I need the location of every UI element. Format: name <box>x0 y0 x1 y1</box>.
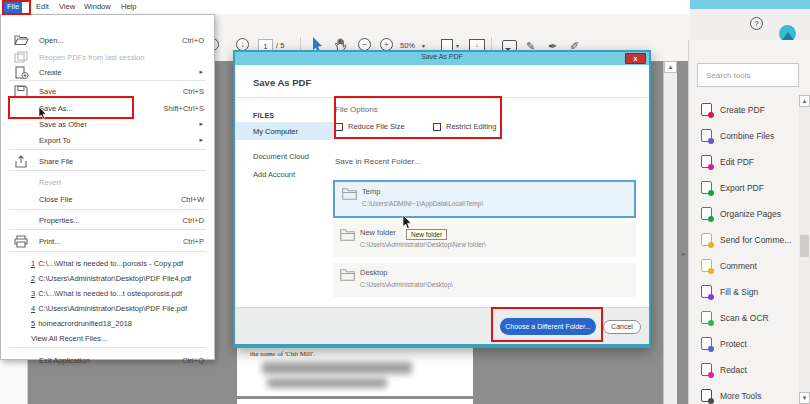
tool-protect[interactable]: Protect <box>701 335 747 352</box>
nav-item-my-computer[interactable]: My Computer <box>235 122 335 140</box>
tool-organize-pages[interactable]: Organize Pages <box>701 205 781 222</box>
folder-name: New folder <box>360 228 396 237</box>
menu-item-reopen: Reopen PDFs from last session <box>1 49 214 65</box>
nav-item-label: My Computer <box>253 127 298 136</box>
menu-view[interactable]: View <box>56 1 78 13</box>
acrobat-window: File Edit View Window Help ↑ ↓ / 5 − + 5… <box>0 0 810 404</box>
help-icon[interactable]: ? <box>750 17 763 30</box>
dialog-close-button[interactable]: x <box>625 53 646 64</box>
submenu-arrow-icon: ▸ <box>199 120 203 128</box>
save-as-pdf-dialog: Save As PDF x Save As PDF FILES My Compu… <box>233 50 651 348</box>
nav-item-document-cloud[interactable]: Document Cloud <box>253 152 309 161</box>
tool-send-for-comments[interactable]: Send for Comme... <box>701 231 791 248</box>
annotation-box-save-as <box>8 96 134 119</box>
menu-bar: File Edit View Window Help <box>0 0 690 14</box>
folder-icon <box>340 229 355 241</box>
menu-window[interactable]: Window <box>81 1 114 13</box>
panel-collapse-arrow[interactable]: ▸ <box>682 250 686 258</box>
folder-icon <box>340 269 355 281</box>
export-pdf-icon <box>701 181 712 194</box>
reopen-icon <box>14 51 29 63</box>
folder-item-new-folder[interactable]: New folder C:\Users\Administrator\Deskto… <box>333 223 636 257</box>
annotation-box-file-menu <box>2 0 31 15</box>
pdf-page-next <box>237 399 473 404</box>
menu-separator <box>9 251 206 252</box>
folder-item-desktop[interactable]: Desktop C:\Users\Administrator\Desktop\ <box>333 263 636 297</box>
tools-panel: ▸ Create PDF Combine Files Edit PDF Expo… <box>688 40 810 404</box>
menu-edit[interactable]: Edit <box>33 1 52 13</box>
open-folder-icon <box>14 34 29 46</box>
combine-files-icon <box>701 129 712 142</box>
menu-item-open[interactable]: Open... Ctrl+O <box>1 32 214 48</box>
folder-name: Temp <box>362 187 380 196</box>
create-pdf-icon <box>701 103 712 116</box>
search-tools-input[interactable] <box>697 63 799 87</box>
scroll-up-button[interactable]: ▲ <box>799 95 810 107</box>
nav-item-add-account[interactable]: Add Account <box>253 170 295 179</box>
menu-separator <box>9 209 206 210</box>
menu-item-print[interactable]: Print... Ctrl+P <box>1 233 214 249</box>
folder-item-temp[interactable]: Temp C:\Users\ADMINI~1\AppData\Local\Tem… <box>333 180 636 218</box>
mouse-cursor <box>402 215 412 230</box>
save-in-recent-folder-label: Save in Recent Folder... <box>335 157 420 166</box>
menu-separator <box>9 347 206 348</box>
tool-fill-sign[interactable]: Fill & Sign <box>701 283 758 300</box>
dialog-titlebar[interactable]: Save As PDF x <box>235 52 649 65</box>
menu-item-view-all-recent[interactable]: View All Recent Files... <box>1 330 214 346</box>
annotation-box-choose-folder <box>491 307 603 342</box>
tools-panel-scrollbar[interactable]: ▲ ▼ <box>799 95 810 404</box>
menu-separator <box>9 170 206 171</box>
recent-file-5[interactable]: 5homeacrordrunified18_2018 <box>1 315 214 331</box>
blurred-content <box>267 378 387 388</box>
dialog-heading: Save As PDF <box>253 77 311 88</box>
menu-item-properties[interactable]: Properties... Ctrl+D <box>1 212 214 228</box>
cancel-button[interactable]: Cancel <box>603 320 641 334</box>
scrollbar-thumb[interactable] <box>800 235 809 257</box>
redact-icon <box>701 363 712 376</box>
folder-name: Desktop <box>360 268 388 277</box>
menu-item-export-to[interactable]: Export To ▸ <box>1 132 214 148</box>
share-icon <box>14 155 28 168</box>
menu-item-revert: Revert <box>1 174 214 190</box>
document-scrollbar[interactable]: ▲ <box>663 61 677 404</box>
organize-pages-icon <box>701 207 712 220</box>
edit-pdf-icon <box>701 155 712 168</box>
scan-ocr-icon <box>701 311 712 324</box>
blurred-content <box>262 362 412 374</box>
nav-section-label: FILES <box>253 112 274 119</box>
menu-separator <box>9 80 206 81</box>
create-icon <box>14 66 29 79</box>
tool-create-pdf[interactable]: Create PDF <box>701 101 765 118</box>
menu-item-close-file[interactable]: Close File Ctrl+W <box>1 191 214 207</box>
folder-path: C:\Users\Administrator\Desktop\ <box>360 281 453 288</box>
tool-combine-files[interactable]: Combine Files <box>701 127 774 144</box>
page-text: the name of 'Chit Mill'. <box>250 350 315 358</box>
tool-comment[interactable]: Comment <box>701 257 757 274</box>
tool-scan-ocr[interactable]: Scan & OCR <box>701 309 769 326</box>
dialog-title: Save As PDF <box>235 53 649 60</box>
tooltip: New folder <box>406 229 447 240</box>
submenu-arrow-icon: ▸ <box>199 68 203 76</box>
protect-icon <box>701 337 712 350</box>
scroll-down-button[interactable]: ▼ <box>799 392 810 404</box>
tool-more-tools[interactable]: More Tools <box>701 387 761 404</box>
scroll-up-button[interactable]: ▲ <box>664 61 677 73</box>
tool-export-pdf[interactable]: Export PDF <box>701 179 764 196</box>
tool-edit-pdf[interactable]: Edit PDF <box>701 153 754 170</box>
comment-icon <box>701 259 712 272</box>
recent-file-1[interactable]: 1C:\...\What is needed to...porosis - Co… <box>1 255 214 271</box>
more-tools-icon <box>701 389 712 402</box>
menu-help[interactable]: Help <box>118 1 139 13</box>
menu-item-create[interactable]: Create ▸ <box>1 64 214 80</box>
fill-sign-icon <box>701 285 712 298</box>
recent-file-4[interactable]: 4C:\Users\Administrator\Desktop\PDF File… <box>1 300 214 316</box>
annotation-box-file-options <box>334 96 502 139</box>
tool-redact[interactable]: Redact <box>701 361 747 378</box>
send-for-comments-icon <box>701 233 712 246</box>
recent-file-2[interactable]: 2C:\Users\Administrator\Desktop\PDF File… <box>1 270 214 286</box>
print-icon <box>14 235 28 248</box>
menu-item-exit[interactable]: Exit Application Ctrl+Q <box>1 352 214 368</box>
menu-item-share-file[interactable]: Share File <box>1 153 214 169</box>
recent-file-3[interactable]: 3C:\...\What is needed to...t osteoporos… <box>1 285 214 301</box>
submenu-arrow-icon: ▸ <box>199 136 203 144</box>
